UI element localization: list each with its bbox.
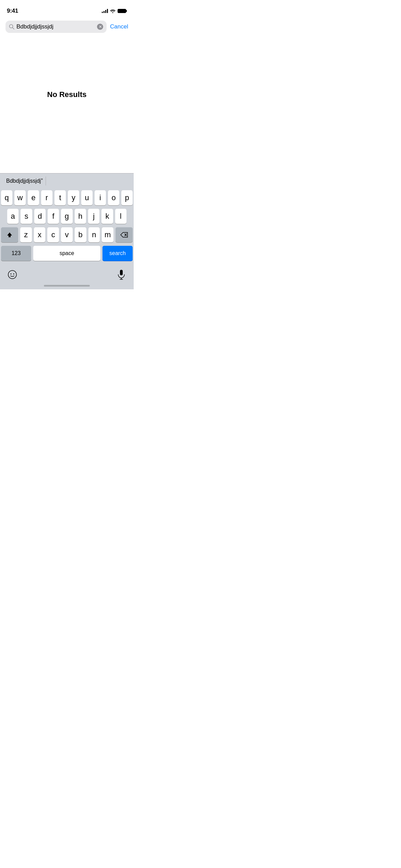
key-r[interactable]: r (41, 190, 52, 205)
key-n[interactable]: n (88, 227, 100, 242)
backspace-button[interactable] (116, 227, 133, 242)
shift-icon (6, 231, 13, 238)
cancel-button[interactable]: Cancel (110, 23, 128, 30)
status-bar: 9:41 (0, 0, 134, 17)
key-v[interactable]: v (61, 227, 73, 242)
key-row-3: z x c v b n m (1, 227, 133, 242)
key-s[interactable]: s (21, 209, 32, 224)
key-c[interactable]: c (47, 227, 59, 242)
emoji-button[interactable] (5, 268, 19, 281)
key-g[interactable]: g (61, 209, 72, 224)
svg-point-7 (13, 274, 14, 275)
space-button[interactable]: space (33, 246, 100, 261)
key-x[interactable]: x (34, 227, 46, 242)
emoji-icon (8, 270, 17, 279)
signal-bars-icon (102, 9, 108, 13)
backspace-icon (120, 232, 128, 238)
status-icons (102, 9, 127, 13)
search-button[interactable]: search (102, 246, 133, 261)
key-m[interactable]: m (102, 227, 113, 242)
key-e[interactable]: e (28, 190, 39, 205)
key-w[interactable]: w (14, 190, 26, 205)
key-z[interactable]: z (20, 227, 32, 242)
keyboard: q w e r t y u i o p a s d f g h j k l (0, 188, 134, 265)
key-j[interactable]: j (88, 209, 99, 224)
key-y[interactable]: y (68, 190, 79, 205)
wifi-icon (110, 9, 116, 13)
search-bar: Bdbdjdjjdjssjdj ✕ Cancel (0, 17, 134, 36)
svg-rect-8 (120, 270, 123, 275)
numbers-button[interactable]: 123 (1, 246, 31, 261)
key-u[interactable]: u (81, 190, 93, 205)
key-b[interactable]: b (75, 227, 86, 242)
key-p[interactable]: p (121, 190, 133, 205)
key-row-2: a s d f g h j k l (1, 209, 133, 224)
search-box[interactable]: Bdbdjdjjdjssjdj ✕ (5, 21, 107, 33)
key-f[interactable]: f (48, 209, 59, 224)
key-l[interactable]: l (115, 209, 126, 224)
key-q[interactable]: q (1, 190, 12, 205)
key-a[interactable]: a (7, 209, 19, 224)
no-results-area: No Results (0, 36, 134, 153)
dictation-button[interactable] (114, 268, 128, 281)
key-o[interactable]: o (108, 190, 119, 205)
autocomplete-bar: Bdbdjdjjdjssjdj” (0, 173, 134, 188)
clear-button[interactable]: ✕ (97, 24, 103, 30)
battery-icon (118, 9, 127, 13)
svg-point-5 (8, 270, 16, 279)
keyboard-extras (0, 265, 134, 285)
key-row-1: q w e r t y u i o p (1, 190, 133, 205)
svg-line-1 (13, 28, 14, 29)
no-results-text: No Results (47, 90, 87, 99)
search-input[interactable]: Bdbdjdjjdjssjdj (16, 23, 95, 30)
autocomplete-divider (46, 177, 46, 185)
svg-point-6 (11, 274, 12, 275)
shift-button[interactable] (1, 227, 18, 242)
status-time: 9:41 (7, 8, 18, 14)
key-row-bottom: 123 space search (1, 246, 133, 261)
home-bar (44, 285, 90, 287)
autocomplete-suggestion[interactable]: Bdbdjdjjdjssjdj” (3, 178, 46, 184)
key-h[interactable]: h (75, 209, 86, 224)
key-k[interactable]: k (101, 209, 113, 224)
key-t[interactable]: t (54, 190, 66, 205)
clear-icon: ✕ (99, 25, 102, 29)
keyboard-wrapper: Bdbdjdjjdjssjdj” q w e r t y u i o p a s… (0, 173, 134, 289)
search-icon (9, 24, 14, 29)
home-indicator (0, 285, 134, 289)
key-i[interactable]: i (95, 190, 106, 205)
key-d[interactable]: d (34, 209, 46, 224)
dictation-icon (117, 269, 125, 280)
svg-marker-2 (7, 232, 12, 237)
